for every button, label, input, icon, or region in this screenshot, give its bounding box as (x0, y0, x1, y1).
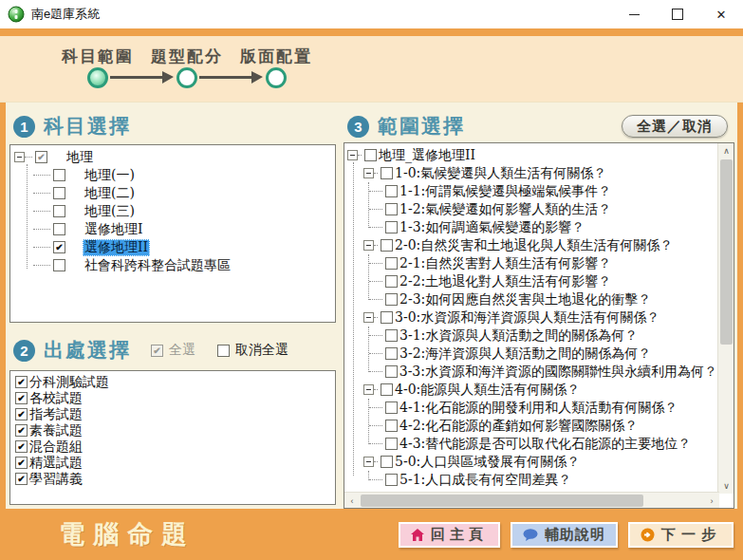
expand-toggle-icon[interactable] (363, 168, 374, 178)
horizontal-scrollbar[interactable]: ‹ › (344, 492, 719, 508)
expand-toggle-icon[interactable] (363, 240, 374, 251)
expand-toggle-icon[interactable] (14, 152, 25, 162)
tree-item-label[interactable]: 1-2:氣候變遷如何影響人類的生活？ (398, 201, 613, 218)
item-checkbox[interactable] (385, 474, 398, 486)
list-item[interactable]: 分科測驗試題 (10, 374, 335, 390)
home-button[interactable]: 回主頁 (399, 522, 500, 548)
item-checkbox[interactable] (35, 151, 47, 163)
list-item-label[interactable]: 學習講義 (28, 471, 84, 488)
tree-group-label[interactable]: 4-0:能源與人類生活有何關係？ (393, 382, 582, 399)
list-item[interactable]: 各校試題 (10, 390, 335, 406)
list-item-label[interactable]: 混合題組 (28, 439, 84, 456)
tree-item-label-selected[interactable]: 選修地理II (83, 239, 150, 256)
tree-item[interactable]: 社會科跨科整合試題專區 (10, 256, 335, 274)
item-checkbox[interactable] (53, 223, 65, 235)
item-checkbox[interactable] (385, 257, 398, 270)
tree-item[interactable]: 1-1:何謂氣候變遷與極端氣候事件？ (344, 182, 719, 200)
item-checkbox[interactable] (53, 169, 65, 181)
list-item-label[interactable]: 各校試題 (28, 390, 84, 407)
expand-toggle-icon[interactable] (363, 312, 374, 323)
item-checkbox[interactable] (364, 149, 377, 161)
tree-item-label[interactable]: 地理_選修地理II (377, 147, 477, 164)
item-checkbox[interactable] (381, 239, 393, 252)
tree-item[interactable]: 4-1:化石能源的開發利用和人類活動有何關係？ (344, 399, 719, 417)
tree-item-label[interactable]: 2-1:自然災害對人類生活有何影響？ (398, 255, 613, 272)
horizontal-scroll-thumb[interactable] (361, 495, 643, 507)
expand-toggle-icon[interactable] (363, 457, 374, 467)
tree-group-item[interactable]: 3-0:水資源和海洋資源與人類生活有何關係？ (344, 308, 719, 327)
tree-item[interactable]: 1-3:如何調適氣候變遷的影響？ (344, 218, 719, 236)
tree-item[interactable]: 2-1:自然災害對人類生活有何影響？ (344, 254, 719, 272)
item-checkbox[interactable] (381, 383, 393, 396)
tree-group-item[interactable]: 5-0:人口與區域發展有何關係？ (344, 453, 719, 471)
tree-item-root[interactable]: 地理 (10, 148, 335, 166)
item-checkbox[interactable] (385, 347, 398, 360)
tree-item-label[interactable]: 1-1:何謂氣候變遷與極端氣候事件？ (398, 183, 613, 200)
tree-item[interactable]: 選修地理II (10, 238, 335, 256)
list-item-label[interactable]: 分科測驗試題 (28, 374, 111, 391)
list-item-label[interactable]: 素養試題 (28, 422, 84, 439)
deselect-all-checkbox[interactable] (217, 345, 230, 357)
tree-item-label[interactable]: 4-1:化石能源的開發利用和人類活動有何關係？ (398, 400, 679, 417)
tree-item-label[interactable]: 1-3:如何調適氣候變遷的影響？ (398, 219, 586, 236)
tree-item[interactable]: 3-1:水資源與人類活動之間的關係為何？ (344, 327, 719, 345)
tree-group-item[interactable]: 2-0:自然災害和土地退化與人類生活有何關係？ (344, 236, 719, 254)
help-button[interactable]: 輔助說明 (511, 522, 618, 548)
select-all-toggle-button[interactable]: 全選／取消 (622, 115, 728, 138)
item-checkbox[interactable] (15, 376, 28, 388)
tree-item[interactable]: 4-2:化石能源的產銷如何影響國際關係？ (344, 417, 719, 435)
tree-item-label[interactable]: 4-3:替代能源是否可以取代化石能源的主要地位？ (398, 436, 693, 453)
item-checkbox[interactable] (53, 259, 65, 271)
item-checkbox[interactable] (385, 401, 398, 414)
tree-item[interactable]: 2-3:如何因應自然災害與土地退化的衝擊？ (344, 290, 719, 308)
tree-item-root[interactable]: 地理_選修地理II (344, 146, 719, 164)
tree-item[interactable]: 選修地理I (10, 220, 335, 238)
tree-item-label[interactable]: 3-2:海洋資源與人類活動之間的關係為何？ (398, 345, 653, 363)
tree-item[interactable]: 5-1:人口成長有何空間差異？ (344, 471, 719, 489)
tree-item-label[interactable]: 5-1:人口成長有何空間差異？ (398, 472, 573, 489)
item-checkbox[interactable] (385, 275, 398, 288)
item-checkbox[interactable] (385, 365, 398, 378)
tree-item-label[interactable]: 地理(一) (83, 167, 137, 184)
item-checkbox[interactable] (15, 408, 28, 420)
tree-item[interactable]: 2-2:土地退化對人類生活有何影響？ (344, 272, 719, 290)
item-checkbox[interactable] (53, 205, 65, 217)
item-checkbox[interactable] (53, 241, 65, 253)
item-checkbox[interactable] (385, 420, 398, 432)
tree-item-label[interactable]: 社會科跨科整合試題專區 (83, 257, 232, 274)
tree-group-item[interactable]: 1-0:氣候變遷與人類生活有何關係？ (344, 164, 719, 182)
tree-item-label[interactable]: 地理(二) (83, 185, 137, 202)
item-checkbox[interactable] (385, 203, 398, 215)
scroll-down-icon[interactable]: ∨ (718, 478, 734, 494)
tree-item[interactable]: 4-3:替代能源是否可以取代化石能源的主要地位？ (344, 435, 719, 453)
tree-item[interactable]: 地理(三) (10, 202, 335, 220)
item-checkbox[interactable] (385, 329, 398, 342)
tree-group-label[interactable]: 5-0:人口與區域發展有何關係？ (393, 454, 582, 471)
list-item-label[interactable]: 指考試題 (28, 406, 84, 423)
close-button[interactable] (699, 0, 743, 28)
item-checkbox[interactable] (385, 438, 398, 450)
list-item[interactable]: 指考試題 (10, 406, 335, 422)
list-item-label[interactable]: 精選試題 (28, 455, 84, 472)
item-checkbox[interactable] (385, 293, 398, 306)
tree-item-label[interactable]: 4-2:化石能源的產銷如何影響國際關係？ (398, 418, 640, 435)
tree-item-label[interactable]: 3-3:水資源和海洋資源的國際關聯性與永續利用為何？ (398, 364, 719, 381)
scroll-left-icon[interactable]: ‹ (344, 493, 360, 509)
item-checkbox[interactable] (15, 440, 28, 453)
vertical-scrollbar[interactable]: ∧ ∨ (717, 143, 734, 494)
item-checkbox[interactable] (385, 185, 398, 197)
item-checkbox[interactable] (15, 392, 28, 404)
expand-toggle-icon[interactable] (363, 384, 374, 395)
next-step-button[interactable]: 下一步 (628, 522, 734, 548)
tree-group-label[interactable]: 1-0:氣候變遷與人類生活有何關係？ (393, 165, 608, 182)
item-checkbox[interactable] (53, 187, 65, 199)
tree-item-label[interactable]: 3-1:水資源與人類活動之間的關係為何？ (398, 327, 640, 345)
item-checkbox[interactable] (15, 457, 28, 469)
vertical-scroll-thumb[interactable] (720, 159, 733, 345)
tree-item-label[interactable]: 2-3:如何因應自然災害與土地退化的衝擊？ (398, 291, 653, 308)
tree-item[interactable]: 3-2:海洋資源與人類活動之間的關係為何？ (344, 345, 719, 363)
expand-toggle-icon[interactable] (347, 150, 358, 160)
item-checkbox[interactable] (385, 221, 398, 233)
tree-item-label[interactable]: 2-2:土地退化對人類生活有何影響？ (398, 273, 613, 290)
item-checkbox[interactable] (381, 311, 393, 324)
